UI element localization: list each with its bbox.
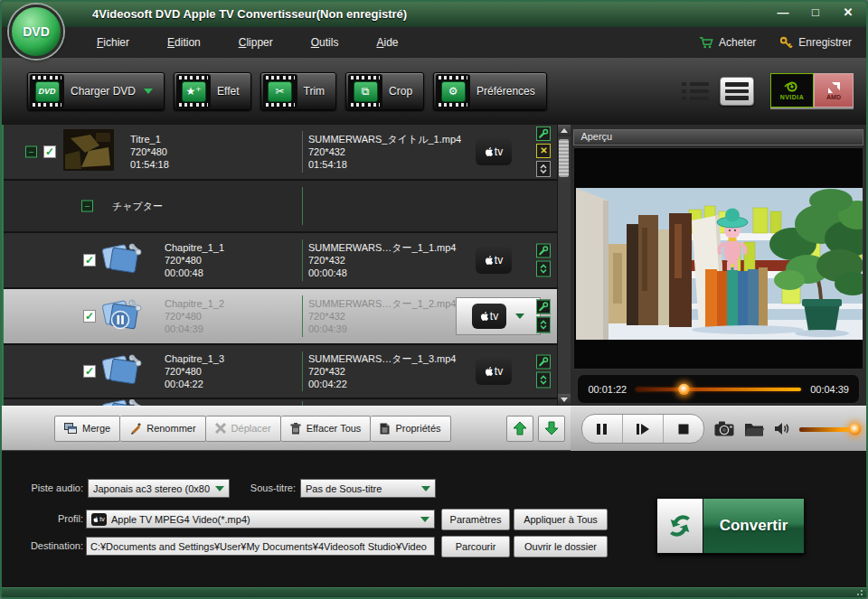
list-scrollbar[interactable] (557, 125, 571, 406)
checkbox[interactable]: ✓ (83, 254, 96, 267)
list-item-title[interactable]: − ✓ Titre_1 720*480 01:54:18 SUMMERWARS_… (4, 125, 571, 181)
checkbox[interactable]: ✓ (43, 145, 56, 158)
destination-label: Destination: (7, 540, 83, 551)
video-clip-icon (99, 240, 143, 280)
resize-grip[interactable] (854, 590, 863, 599)
checkbox[interactable]: ✓ (83, 365, 96, 378)
video-preview-frame[interactable] (573, 147, 863, 370)
seek-handle[interactable] (678, 383, 690, 395)
profile-spinner-icon[interactable] (536, 161, 551, 177)
detail-view-button[interactable] (720, 77, 754, 106)
scrollbar-thumb[interactable] (559, 139, 569, 177)
list-item-chapter-partial[interactable]: Chapitre_1_4 SUMMERWARS…ター_1_4.mp4 (4, 399, 571, 406)
volume-slider[interactable] (799, 423, 859, 435)
scroll-up-icon[interactable] (558, 125, 571, 136)
scroll-down-icon[interactable] (558, 394, 571, 406)
apple-tv-badge: tv (476, 358, 512, 385)
menu-outils[interactable]: Outils (311, 36, 339, 49)
subtitle-select[interactable]: Pas de Sous-titre (300, 479, 436, 498)
app-logo-dvd: DVD (9, 5, 63, 59)
collapse-toggle-icon[interactable]: − (25, 146, 37, 158)
convert-button[interactable]: Convertir (656, 498, 805, 554)
properties-button[interactable]: Propriétés (371, 416, 450, 442)
apple-icon (485, 147, 494, 156)
profile-spinner-icon[interactable] (536, 372, 551, 388)
folder-icon (744, 422, 764, 436)
apple-tv-mini-icon: tv (91, 513, 107, 526)
amd-badge[interactable]: AMD (814, 73, 854, 108)
output-format-dropdown[interactable]: tv (456, 297, 541, 335)
edit-settings-wrench-icon[interactable] (536, 126, 551, 141)
apple-tv-badge: tv (472, 304, 506, 329)
list-item-chapter[interactable]: ✓ Chapitre_1_3 720*480 00:04:22 SUMMERWA… (4, 345, 571, 399)
crop-button[interactable]: ⧉ Crop (345, 72, 424, 110)
menu-fichier[interactable]: Fichier (97, 36, 129, 49)
audio-track-select[interactable]: Japonais ac3 stereo (0x80 (88, 479, 230, 498)
clear-all-button[interactable]: Effacer Tous (281, 416, 372, 442)
video-clip-paused-icon (99, 296, 143, 336)
rename-button[interactable]: Renommer (120, 416, 205, 442)
apply-to-all-button[interactable]: Appliquer à Tous (514, 509, 608, 530)
mute-button[interactable] (774, 422, 789, 435)
profile-spinner-icon[interactable] (536, 261, 551, 277)
move-button[interactable]: Déplacer (206, 416, 281, 442)
output-resolution: 720*432 (308, 310, 469, 323)
output-resolution: 720*432 (308, 254, 469, 267)
output-settings-panel: Piste audio: Japonais ac3 stereo (0x80 S… (2, 451, 866, 587)
chapter-group-row[interactable]: − チャプター (4, 181, 571, 233)
remove-icon[interactable]: ✕ (536, 144, 551, 158)
gpu-acceleration-badges: NVIDIA AMD (770, 73, 854, 109)
edit-settings-wrench-icon[interactable] (536, 300, 551, 314)
window-bottom-frame (2, 587, 866, 599)
document-icon (380, 423, 390, 435)
settings-button[interactable]: Paramètres (441, 509, 510, 530)
checkbox[interactable]: ✓ (83, 310, 96, 323)
destination-input[interactable] (86, 537, 435, 556)
profile-select[interactable]: tv Apple TV MPEG4 Video(*.mp4) (86, 510, 435, 529)
app-window: DVD 4Videosoft DVD Apple TV Convertisseu… (0, 0, 868, 599)
preferences-button[interactable]: ⚙ Préférences (433, 72, 547, 110)
volume-handle[interactable] (849, 423, 861, 435)
list-item-chapter[interactable]: ✓ Chapitre_1_1 720*480 00:00:48 SUMMERWA… (4, 233, 571, 289)
list-item-chapter-selected[interactable]: ✓ Chapitre_1_2 720*480 00:04:39 SUMMERWA… (4, 289, 571, 345)
amd-arrow-icon (826, 81, 841, 94)
move-down-button[interactable] (538, 416, 565, 442)
chevron-down-icon (420, 517, 429, 522)
output-resolution: 720*432 (308, 145, 469, 158)
menu-edition[interactable]: Edition (167, 36, 201, 49)
merge-button[interactable]: Merge (54, 416, 120, 442)
edit-settings-wrench-icon[interactable] (536, 244, 551, 258)
chapter-duration: 00:00:48 (165, 267, 298, 279)
speaker-icon (774, 422, 789, 435)
snapshot-button[interactable] (714, 421, 734, 436)
list-view-button[interactable] (680, 78, 711, 105)
chevron-down-icon (215, 486, 224, 491)
collapse-toggle-icon[interactable]: − (81, 201, 93, 212)
video-thumbnail (63, 129, 114, 174)
close-button[interactable]: ✕ (839, 5, 857, 19)
edit-settings-wrench-icon[interactable] (536, 355, 551, 370)
buy-button[interactable]: Acheter (699, 36, 756, 49)
nvidia-badge[interactable]: NVIDIA (770, 73, 814, 108)
step-forward-button[interactable] (622, 415, 663, 443)
profile-spinner-icon[interactable] (536, 317, 551, 333)
apple-tv-badge: tv (476, 138, 512, 165)
register-button[interactable]: Enregistrer (779, 36, 852, 50)
stop-button[interactable] (663, 415, 703, 443)
trim-button[interactable]: ✂ Trim (260, 72, 337, 110)
title-duration: 01:54:18 (130, 158, 297, 171)
move-up-button[interactable] (506, 416, 533, 442)
menu-clipper[interactable]: Clipper (239, 36, 273, 49)
seek-slider[interactable] (636, 383, 801, 396)
menu-aide[interactable]: Aide (376, 36, 398, 49)
pause-icon (596, 423, 609, 435)
maximize-button[interactable]: □ (807, 5, 825, 19)
open-folder-button[interactable]: Ouvrir le dossier (514, 536, 608, 557)
load-dvd-button[interactable]: DVD Charger DVD (27, 72, 165, 110)
pause-button[interactable] (582, 415, 622, 443)
chapter-duration: 00:04:22 (165, 378, 298, 390)
open-output-folder-button[interactable] (744, 422, 764, 436)
effect-button[interactable]: ★⁺ Effet (174, 72, 250, 110)
minimize-button[interactable]: — (774, 5, 792, 19)
browse-button[interactable]: Parcourir (441, 536, 510, 557)
